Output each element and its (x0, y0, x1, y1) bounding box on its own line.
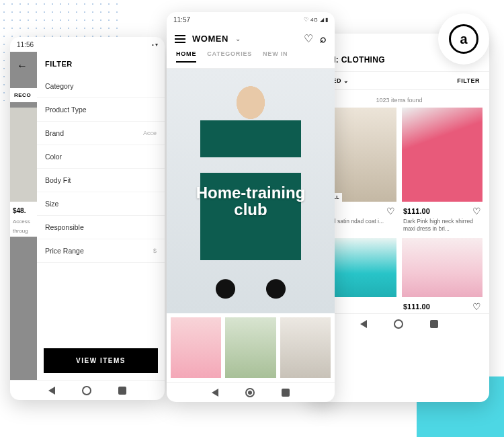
product-card[interactable]: $111.00♡ Dark Pink high neck shirred max… (402, 108, 482, 233)
filter-value: $ (153, 247, 157, 254)
filter-label: Color (45, 153, 62, 161)
hero-banner[interactable]: Home-trainingclub (167, 69, 335, 313)
nav-back-icon[interactable] (212, 389, 218, 397)
filter-value: Acce (143, 130, 157, 136)
dimmed-background: ← RECO $48. Access throug (10, 52, 37, 380)
nav-recent-icon[interactable] (282, 389, 290, 397)
filter-title: FILTER (37, 52, 165, 75)
android-navbar (10, 380, 165, 400)
android-navbar (167, 382, 335, 402)
tab-categories[interactable]: CATEGORIES (207, 50, 252, 63)
sort-filter-bar: ENDED ⌄ FILTER (309, 71, 489, 90)
statusbar: 11:56 • ▾ (10, 37, 165, 52)
tab-home[interactable]: HOME (176, 50, 196, 63)
search-icon[interactable]: ⌕ (320, 33, 327, 45)
chevron-down-icon[interactable]: ⌄ (235, 35, 241, 42)
item-count: 1023 items found (309, 90, 489, 108)
nav-back-icon[interactable] (360, 320, 367, 328)
filter-label: Product Type (45, 106, 87, 114)
product-thumb (10, 108, 37, 202)
phone-home-screen: 11:57 ♡ 4G ◢ ▮ WOMEN ⌄ ♡ ⌕ HOME CATEGORI… (167, 12, 335, 402)
status-icons: ♡ 4G ◢ ▮ (304, 17, 328, 23)
product-desc-1: Access (10, 217, 37, 227)
nav-recent-icon[interactable] (430, 320, 438, 328)
nav-home-icon[interactable] (245, 388, 255, 397)
filter-row-price-range[interactable]: Price Range$ (37, 239, 165, 263)
filter-row-body-fit[interactable]: Body Fit (37, 169, 165, 192)
heart-icon[interactable]: ♡ (386, 206, 395, 216)
filter-row-color[interactable]: Color (37, 145, 165, 169)
filter-label: Brand (45, 129, 64, 137)
product-image (402, 108, 482, 202)
thumbnail-row (167, 313, 335, 382)
statusbar: 11:57 ♡ 4G ◢ ▮ (167, 12, 335, 27)
section-dropdown[interactable]: WOMEN (192, 34, 228, 44)
android-navbar (309, 313, 489, 333)
logo-letter: a (449, 24, 478, 54)
topbar: WOMEN ⌄ ♡ ⌕ (167, 27, 335, 50)
product-price: $111.00 (403, 303, 430, 311)
thumb-2[interactable] (225, 317, 276, 378)
brand-logo: a (438, 13, 489, 65)
filter-row-brand[interactable]: BrandAcce (37, 122, 165, 145)
product-price: $111.00 (403, 207, 430, 215)
product-desc-2: throug (10, 227, 37, 236)
filter-button[interactable]: FILTER (457, 77, 480, 84)
phone-listing-screen: ◢ ▮ W IN: CLOTHING ENDED ⌄ FILTER 1023 i… (309, 34, 489, 402)
heart-icon[interactable]: ♡ (472, 301, 481, 312)
view-items-button[interactable]: VIEW ITEMS (44, 348, 158, 373)
filter-row-product-type[interactable]: Product Type (37, 98, 165, 122)
filter-label: Size (45, 200, 58, 208)
filter-label: Body Fit (45, 176, 71, 184)
filter-label: Category (45, 82, 74, 90)
filter-row-responsible[interactable]: Responsible (37, 216, 165, 239)
wishlist-icon[interactable]: ♡ (304, 32, 313, 45)
menu-icon[interactable] (175, 35, 185, 43)
thumb-3[interactable] (280, 317, 331, 378)
reco-tab[interactable]: RECO (10, 88, 37, 102)
product-name: Dark Pink high neck shirred maxi dress i… (402, 218, 482, 233)
product-image (402, 238, 482, 297)
nav-recent-icon[interactable] (118, 387, 126, 395)
status-time: 11:57 (173, 16, 190, 24)
tab-newin[interactable]: NEW IN (263, 50, 288, 63)
product-grid: OS TALL ♡ GN Tall satin ndad coat i... $… (309, 108, 489, 313)
back-icon[interactable]: ← (10, 57, 37, 75)
filter-panel: FILTER CategoryProduct TypeBrandAcceColo… (37, 52, 165, 380)
nav-home-icon[interactable] (394, 319, 403, 329)
status-icons: • ▾ (152, 42, 158, 48)
filter-row-size[interactable]: Size (37, 192, 165, 216)
phone-filter-screen: 11:56 • ▾ ← RECO $48. Access throug FILT… (10, 37, 165, 400)
tab-bar: HOME CATEGORIES NEW IN (167, 50, 335, 69)
filter-label: Price Range (45, 247, 84, 255)
nav-home-icon[interactable] (82, 386, 91, 395)
nav-back-icon[interactable] (48, 387, 55, 395)
product-card[interactable]: $111.00♡ (402, 238, 482, 313)
filter-row-category[interactable]: Category (37, 75, 165, 98)
filter-label: Responsible (45, 223, 84, 231)
thumb-1[interactable] (171, 317, 221, 378)
product-price: $48. (10, 202, 37, 217)
hero-text: Home-trainingclub (196, 184, 306, 218)
status-time: 11:56 (17, 41, 34, 48)
heart-icon[interactable]: ♡ (472, 206, 481, 216)
